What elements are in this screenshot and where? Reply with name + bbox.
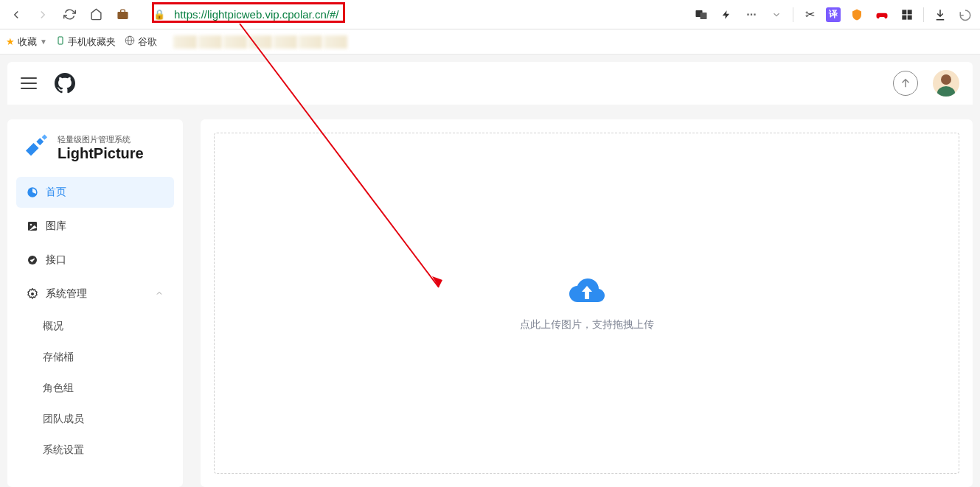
gear-icon <box>27 288 38 300</box>
lock-icon: 🔒 <box>153 9 165 20</box>
system-submenu: 概况 存储桶 角色组 团队成员 系统设置 <box>16 312 174 464</box>
address-bar[interactable]: https://lightpicweb.vip.cpolar.cn/#/ <box>170 5 687 24</box>
translator-extension-icon[interactable]: 译 <box>826 7 841 22</box>
app-header <box>7 62 973 105</box>
more-icon[interactable]: ··· <box>743 6 760 24</box>
sidebar-item-gallery[interactable]: 图库 <box>16 211 174 242</box>
browser-toolbar-right: ··· ✂ 译 <box>692 6 974 24</box>
bookmark-bar: ★ 收藏 ▼ 手机收藏夹 谷歌 <box>0 29 980 55</box>
scissors-icon[interactable]: ✂ <box>801 6 819 24</box>
sidebar-item-api[interactable]: 接口 <box>16 245 174 276</box>
grid-icon[interactable] <box>898 6 916 24</box>
bolt-icon[interactable] <box>717 6 735 24</box>
svg-rect-6 <box>908 15 912 19</box>
sidebar-subitem-overview[interactable]: 概况 <box>32 312 174 340</box>
favorites-bookmark[interactable]: ★ 收藏 ▼ <box>6 35 47 49</box>
logo-title: LightPicture <box>58 145 144 162</box>
image-icon <box>27 220 38 232</box>
cloud-upload-icon <box>568 276 606 306</box>
sidebar-item-label: 系统设置 <box>43 444 84 457</box>
sidebar: 轻量级图片管理系统 LightPicture 首页 图库 <box>7 119 183 487</box>
main-content: 点此上传图片，支持拖拽上传 <box>201 119 973 487</box>
download-icon[interactable] <box>931 6 949 24</box>
forward-button[interactable] <box>32 4 53 25</box>
user-avatar[interactable] <box>933 70 959 97</box>
bookmark-label: 手机收藏夹 <box>68 35 116 49</box>
sidebar-item-label: 角色组 <box>43 382 74 395</box>
sidebar-item-label: 存储桶 <box>43 351 74 364</box>
home-button[interactable] <box>86 4 106 25</box>
svg-rect-11 <box>42 134 47 139</box>
sidebar-item-label: 首页 <box>46 186 66 199</box>
divider <box>923 7 924 22</box>
sidebar-item-label: 系统管理 <box>46 287 87 301</box>
google-bookmark[interactable]: 谷歌 <box>125 35 157 49</box>
divider <box>793 7 793 22</box>
github-link[interactable] <box>55 73 75 94</box>
api-icon <box>27 254 38 266</box>
svg-point-16 <box>31 292 34 295</box>
gamepad-icon[interactable] <box>873 6 891 24</box>
sidebar-subitem-team[interactable]: 团队成员 <box>32 405 174 433</box>
sidebar-item-label: 接口 <box>46 253 66 267</box>
app-container: 轻量级图片管理系统 LightPicture 首页 图库 <box>0 55 980 487</box>
app-body: 轻量级图片管理系统 LightPicture 首页 图库 <box>0 105 980 487</box>
sidebar-item-system[interactable]: 系统管理 <box>16 278 174 309</box>
chevron-up-icon <box>155 288 164 300</box>
sidebar-subitem-settings[interactable]: 系统设置 <box>32 436 174 464</box>
bookmark-label: 收藏 <box>18 35 37 49</box>
sidebar-subitem-roles[interactable]: 角色组 <box>32 374 174 402</box>
sidebar-item-label: 图库 <box>46 220 66 233</box>
svg-rect-4 <box>908 10 912 14</box>
svg-rect-10 <box>36 138 44 145</box>
sidebar-subitem-storage[interactable]: 存储桶 <box>32 343 174 371</box>
sidebar-item-home[interactable]: 首页 <box>16 177 174 208</box>
undo-icon[interactable] <box>956 6 974 24</box>
upload-dropzone[interactable]: 点此上传图片，支持拖拽上传 <box>214 133 959 474</box>
svg-rect-2 <box>701 13 707 19</box>
logo-mark-icon <box>21 133 52 164</box>
svg-rect-7 <box>58 37 63 44</box>
chevron-down-icon[interactable] <box>768 6 785 24</box>
back-button[interactable] <box>6 4 27 25</box>
header-right <box>893 70 959 97</box>
refresh-button[interactable] <box>59 4 80 25</box>
briefcase-icon[interactable] <box>112 4 133 25</box>
logo-subtitle: 轻量级图片管理系统 <box>58 134 144 145</box>
upload-hint-text: 点此上传图片，支持拖拽上传 <box>520 318 654 332</box>
address-bar-container: 🔒 https://lightpicweb.vip.cpolar.cn/#/ <box>153 5 687 24</box>
upload-button[interactable] <box>893 71 918 96</box>
svg-rect-0 <box>117 12 128 19</box>
sidebar-item-label: 团队成员 <box>43 413 84 426</box>
phone-icon <box>56 35 65 48</box>
translate-icon[interactable] <box>692 6 710 24</box>
bookmark-label: 谷歌 <box>138 35 157 49</box>
star-icon: ★ <box>6 36 15 47</box>
svg-rect-5 <box>902 15 906 19</box>
menu-toggle-button[interactable] <box>21 75 37 91</box>
sidebar-item-label: 概况 <box>43 320 63 333</box>
shield-icon[interactable] <box>848 6 866 24</box>
mobile-favorites-bookmark[interactable]: 手机收藏夹 <box>56 35 116 49</box>
dropdown-caret-icon: ▼ <box>40 38 47 46</box>
dashboard-icon <box>27 186 38 198</box>
logo[interactable]: 轻量级图片管理系统 LightPicture <box>16 133 174 177</box>
globe-icon <box>125 35 135 48</box>
svg-rect-3 <box>902 10 906 14</box>
browser-toolbar: 🔒 https://lightpicweb.vip.cpolar.cn/#/ ·… <box>0 0 980 29</box>
svg-point-14 <box>30 224 32 226</box>
blurred-bookmarks <box>173 35 347 49</box>
